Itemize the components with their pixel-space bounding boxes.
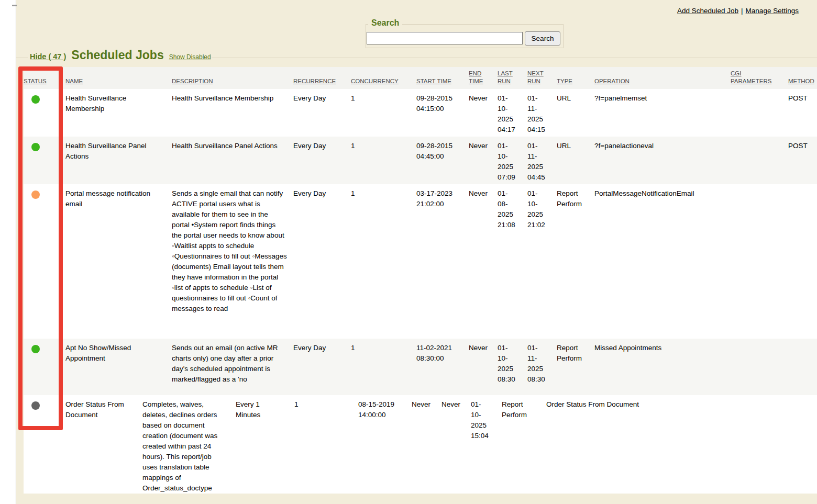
cell-status bbox=[24, 184, 65, 339]
sort-name[interactable]: NAME bbox=[65, 78, 83, 84]
cell-end-time: Never bbox=[469, 89, 498, 137]
link-separator: | bbox=[738, 7, 746, 15]
cell-operation: Missed Appointments bbox=[594, 339, 731, 395]
cell-cgi-parameters bbox=[731, 137, 788, 184]
page-title: Scheduled Jobs bbox=[71, 48, 163, 62]
sort-status[interactable]: STATUS bbox=[24, 78, 47, 84]
search-button[interactable]: Search bbox=[525, 31, 560, 46]
cell-name: Health Surveillance Membership bbox=[65, 89, 172, 137]
cell-last-run: 01-10-2025 07:09 bbox=[498, 137, 527, 184]
column-header-type: TYPE bbox=[557, 67, 594, 89]
cell-concurrency: 1 bbox=[351, 184, 416, 339]
column-header-next-run: NEXT RUN bbox=[527, 67, 557, 89]
cell-end-time: Never bbox=[469, 184, 498, 339]
cell-recurrence: Every Day bbox=[293, 339, 351, 395]
cell-description: Sends a single email that can notify ACT… bbox=[172, 184, 293, 339]
column-header-recurrence: RECURRENCE bbox=[293, 67, 351, 89]
cell-end-time: Never bbox=[469, 339, 498, 395]
cell-filler bbox=[703, 395, 817, 494]
column-header-status: STATUS bbox=[24, 67, 65, 89]
sort-concurrency[interactable]: CONCURRENCY bbox=[351, 78, 399, 84]
cell-recurrence: Every Day bbox=[293, 89, 351, 137]
cell-concurrency: 1 bbox=[351, 137, 416, 184]
cell-description: Sends out an email (on active MR charts … bbox=[172, 339, 293, 395]
hide-count-link[interactable]: Hide ( 47 ) bbox=[30, 52, 66, 61]
cell-status bbox=[24, 89, 65, 137]
table-row: Order Status From Document Completes, wa… bbox=[24, 395, 817, 494]
left-frame-gutter bbox=[0, 0, 16, 504]
cell-next-run: 01-10-2025 15:04 bbox=[471, 395, 502, 494]
add-scheduled-job-link[interactable]: Add Scheduled Job bbox=[677, 7, 738, 15]
cell-last-run: 01-10-2025 08:30 bbox=[498, 339, 527, 395]
cell-next-run: 01-11-2025 08:30 bbox=[527, 339, 557, 395]
cell-start-time: 03-17-2023 21:02:00 bbox=[416, 184, 469, 339]
scheduled-jobs-panel-header: Hide ( 47 ) Scheduled Jobs Show Disabled bbox=[30, 48, 211, 62]
status-dot bbox=[31, 401, 40, 410]
cell-type: Report Perform bbox=[557, 339, 594, 395]
cell-recurrence: Every 1 Minutes bbox=[236, 395, 294, 494]
cell-method: POST bbox=[788, 89, 817, 137]
show-disabled-link[interactable]: Show Disabled bbox=[169, 53, 211, 61]
cell-last-run: Never bbox=[441, 395, 471, 494]
column-header-name: NAME bbox=[65, 67, 172, 89]
cell-operation: ?f=panelmemset bbox=[594, 89, 731, 137]
table-row: Health Surveillance Membership Health Su… bbox=[24, 89, 817, 137]
sort-end-time[interactable]: END TIME bbox=[469, 70, 483, 84]
cell-name: Health Surveillance Panel Actions bbox=[65, 137, 172, 184]
cell-method bbox=[788, 184, 817, 339]
column-header-method: METHOD bbox=[788, 67, 817, 89]
cell-operation: ?f=panelactioneval bbox=[594, 137, 731, 184]
column-header-concurrency: CONCURRENCY bbox=[351, 67, 416, 89]
frame-resize-tick bbox=[12, 5, 17, 6]
cell-description: Health Surveillance Panel Actions bbox=[172, 137, 293, 184]
cell-status bbox=[24, 339, 65, 395]
sort-next-run[interactable]: NEXT RUN bbox=[527, 70, 544, 84]
search-input[interactable] bbox=[367, 32, 523, 44]
cell-status bbox=[24, 137, 65, 184]
column-header-end-time: END TIME bbox=[469, 67, 498, 89]
cell-last-run: 01-10-2025 04:17 bbox=[498, 89, 527, 137]
cell-start-time: 09-28-2015 04:45:00 bbox=[416, 137, 469, 184]
sort-method[interactable]: METHOD bbox=[788, 78, 814, 84]
status-dot bbox=[31, 345, 40, 353]
cell-type: URL bbox=[557, 89, 594, 137]
sort-cgi-parameters[interactable]: CGI PARAMETERS bbox=[731, 70, 771, 84]
sort-recurrence[interactable]: RECURRENCE bbox=[293, 78, 336, 84]
jobs-table-main: STATUS NAME DESCRIPTION RECURRENCE CONCU… bbox=[24, 67, 817, 395]
cell-concurrency: 1 bbox=[351, 339, 416, 395]
cell-start-time: 11-02-2021 08:30:00 bbox=[416, 339, 469, 395]
table-header-row: STATUS NAME DESCRIPTION RECURRENCE CONCU… bbox=[24, 67, 817, 89]
sort-description[interactable]: DESCRIPTION bbox=[172, 78, 213, 84]
cell-concurrency: 1 bbox=[351, 89, 416, 137]
sort-last-run[interactable]: LAST RUN bbox=[498, 70, 513, 84]
cell-type: Report Perform bbox=[502, 395, 546, 494]
column-header-cgi-parameters: CGI PARAMETERS bbox=[731, 67, 788, 89]
cell-description: Health Surveillance Membership bbox=[172, 89, 293, 137]
cell-name: Apt No Show/Missed Appointment bbox=[65, 339, 172, 395]
cell-start-time: 09-28-2015 04:15:00 bbox=[416, 89, 469, 137]
scheduled-jobs-table: STATUS NAME DESCRIPTION RECURRENCE CONCU… bbox=[24, 67, 817, 494]
cell-status bbox=[24, 395, 65, 494]
cell-cgi-parameters bbox=[731, 89, 788, 137]
cell-cgi-parameters bbox=[731, 339, 788, 395]
cell-end-time: Never bbox=[412, 395, 441, 494]
column-header-operation: OPERATION bbox=[594, 67, 731, 89]
table-row: Health Surveillance Panel Actions Health… bbox=[24, 137, 817, 184]
cell-name: Order Status From Document bbox=[65, 395, 142, 494]
panel-border-left-segment bbox=[16, 58, 28, 58]
manage-settings-link[interactable]: Manage Settings bbox=[746, 7, 799, 15]
sort-operation[interactable]: OPERATION bbox=[594, 78, 630, 84]
cell-recurrence: Every Day bbox=[293, 137, 351, 184]
status-dot bbox=[31, 95, 40, 104]
cell-end-time: Never bbox=[469, 137, 498, 184]
cell-last-run: 01-08-2025 21:08 bbox=[498, 184, 527, 339]
cell-next-run: 01-10-2025 21:02 bbox=[527, 184, 557, 339]
sort-type[interactable]: TYPE bbox=[557, 78, 572, 84]
panel-border-right-segment bbox=[212, 58, 817, 58]
column-header-start-time: START TIME bbox=[416, 67, 469, 89]
cell-operation: Order Status From Document bbox=[546, 395, 703, 494]
sort-start-time[interactable]: START TIME bbox=[416, 78, 451, 84]
cell-method: POST bbox=[788, 137, 817, 184]
table-row: Portal message notification email Sends … bbox=[24, 184, 817, 339]
status-dot bbox=[31, 191, 40, 199]
